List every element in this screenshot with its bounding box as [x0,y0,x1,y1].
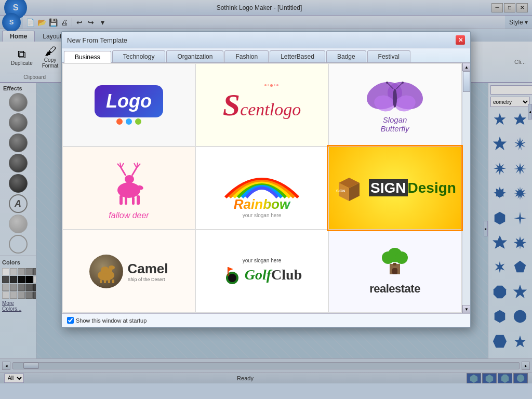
template-scentlogo[interactable]: Scentlogo [195,63,328,147]
svg-rect-40 [132,197,135,205]
svg-rect-63 [112,280,114,283]
show-at-startup-checkbox[interactable] [67,317,74,324]
template-butterfly[interactable]: SloganButterfly [328,63,461,147]
svg-rect-74 [393,263,396,265]
svg-point-30 [393,89,397,108]
modal-tab-organization[interactable]: Organization [166,50,223,62]
modal-body: Logo Scentlogo [62,63,470,313]
svg-point-59 [109,265,115,270]
modal-close-button[interactable]: ✕ [456,35,465,45]
svg-rect-73 [392,268,397,274]
template-signdesign[interactable]: SIGN SIGNDesign [328,147,461,230]
modal-header: New From Template ✕ [62,32,470,48]
svg-line-47 [132,168,137,176]
svg-rect-62 [108,280,110,283]
modal-footer: Show this window at startup [62,313,470,327]
svg-rect-60 [100,280,102,283]
modal-scroll-down[interactable]: ▼ [462,305,470,313]
show-at-startup-label[interactable]: Show this window at startup [67,317,147,324]
modal-tabs: Business Technology Organization Fashion… [62,48,470,63]
svg-rect-38 [119,195,123,205]
template-realestate[interactable]: realestate [328,230,461,313]
modal-scroll-thumb[interactable] [463,71,470,92]
template-camel[interactable]: Camel Ship of the Desert [62,230,195,313]
svg-point-33 [386,82,388,84]
svg-text:SIGN: SIGN [336,189,345,193]
svg-point-37 [125,175,134,183]
modal-tab-badge[interactable]: Badge [326,50,366,62]
modal-tab-letterbased[interactable]: LetterBased [270,50,325,62]
modal-scrollbar: ▲ ▼ [462,63,470,313]
svg-marker-68 [228,267,233,271]
template-rainbow[interactable]: Rainbow your slogan here [195,147,328,230]
svg-point-34 [402,82,404,84]
svg-rect-61 [104,280,106,283]
svg-rect-41 [137,195,140,205]
templates-grid: Logo Scentlogo [62,63,462,313]
new-from-template-modal: New From Template ✕ Business Technology … [61,31,471,328]
modal-scroll-track[interactable] [462,71,470,305]
svg-line-50 [134,163,137,168]
template-golf-club[interactable]: your slogan here [195,230,328,313]
modal-title: New From Template [67,36,127,44]
svg-rect-39 [125,197,127,205]
svg-rect-58 [109,269,112,275]
modal-tab-fashion[interactable]: Fashion [224,50,269,62]
svg-line-46 [121,163,124,168]
template-logo1[interactable]: Logo [62,63,195,147]
modal-tab-festival[interactable]: Festival [367,50,410,62]
template-fallow-deer[interactable]: fallow deer [62,147,195,230]
modal-overlay: New From Template ✕ Business Technology … [0,0,532,399]
modal-scroll-up[interactable]: ▲ [462,63,470,71]
svg-line-43 [121,168,126,176]
modal-tab-technology[interactable]: Technology [112,50,166,62]
svg-point-71 [395,251,408,264]
svg-point-66 [228,274,236,282]
modal-tab-business[interactable]: Business [64,51,111,63]
